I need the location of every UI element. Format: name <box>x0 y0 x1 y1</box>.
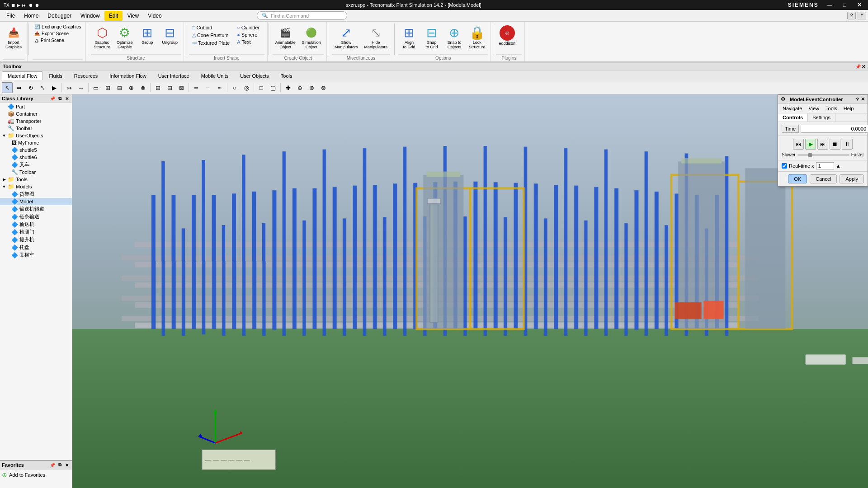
viewport[interactable]: — — — — — — ⚙ _Model.EventController ? ✕… <box>72 94 868 488</box>
tool-cross[interactable]: ⊞ <box>102 82 113 93</box>
tree-item-chain-conveyor[interactable]: 🔷 链条输送 <box>0 213 72 221</box>
cl-close-button[interactable]: ✕ <box>64 95 70 102</box>
textured-plate-button[interactable]: ▭ Textured Plate <box>191 39 231 46</box>
tool-merge[interactable]: ⊕ <box>126 82 137 93</box>
tree-item-conveyor[interactable]: 🔷 输送机 <box>0 221 72 228</box>
tool-cross2[interactable]: ⊟ <box>114 82 125 93</box>
ec-realtime-spinner-up[interactable]: ▲ <box>836 163 841 169</box>
tree-item-fork[interactable]: 🔷 叉车 <box>0 161 72 169</box>
toolbar-icon-4[interactable]: ⏺ <box>28 3 33 8</box>
rotate-tool[interactable]: ↻ <box>25 82 36 93</box>
tool-box[interactable]: ▭ <box>90 82 101 93</box>
tool-plus[interactable]: ✚ <box>283 82 293 93</box>
ec-menu-tools[interactable]: Tools <box>823 105 840 112</box>
animatable-object-button[interactable]: 🎬 AnimatableObject <box>273 23 298 52</box>
edddison-button[interactable]: e edddison <box>496 23 518 48</box>
ec-close-button[interactable]: ✕ <box>861 96 865 102</box>
toolbar-icon-3[interactable]: ⏭ <box>22 3 27 8</box>
tab-tools[interactable]: Tools <box>275 71 298 80</box>
scale-tool[interactable]: ⤡ <box>37 82 48 93</box>
play-tool[interactable]: ▶ <box>49 82 60 93</box>
tab-user-objects[interactable]: User Objects <box>234 71 275 80</box>
sphere-button[interactable]: ● Sphere <box>236 32 261 38</box>
tree-item-shuttle5[interactable]: 🔷 shuttle5 <box>0 146 72 154</box>
tree-item-model[interactable]: 🔷 Model <box>0 198 72 205</box>
tool-grid3[interactable]: ⊠ <box>176 82 187 93</box>
ec-menu-navigate[interactable]: Navigate <box>780 105 805 112</box>
menu-video[interactable]: Video <box>143 11 166 21</box>
ec-forward-button[interactable]: ⏭ <box>817 139 828 150</box>
lock-structure-button[interactable]: 🔒 LockStructure <box>466 23 488 52</box>
tool-line[interactable]: ━ <box>191 82 202 93</box>
help-button[interactable]: ? <box>847 12 856 19</box>
tree-item-myframe[interactable]: 🖼 MyFrame <box>0 139 72 146</box>
ec-realtime-input[interactable] <box>816 162 834 169</box>
fav-pin-button[interactable]: 📌 <box>49 462 56 468</box>
tab-material-flow[interactable]: Material Flow <box>2 71 43 80</box>
tab-resources[interactable]: Resources <box>68 71 104 80</box>
tree-item-models[interactable]: ▼ 📁 Models <box>0 183 72 190</box>
tree-item-shuttle-car[interactable]: 🔷 叉横车 <box>0 251 72 259</box>
tool-sq1[interactable]: □ <box>256 82 267 93</box>
tool-custom2[interactable]: ⊗ <box>318 82 329 93</box>
ec-menu-view[interactable]: View <box>806 105 822 112</box>
align-to-grid-button[interactable]: ⊞ Alignto Grid <box>398 23 420 52</box>
tool-custom1[interactable]: ⊜ <box>306 82 317 93</box>
menu-debugger[interactable]: Debugger <box>43 11 76 21</box>
tree-item-gate[interactable]: 🔷 检测门 <box>0 228 72 236</box>
text-button[interactable]: A Text <box>236 39 261 45</box>
tree-item-lift[interactable]: 🔷 提升机 <box>0 236 72 244</box>
fav-float-button[interactable]: ⧉ <box>57 462 63 468</box>
maximize-button[interactable]: □ <box>840 2 849 8</box>
cuboid-button[interactable]: □ Cuboid <box>191 24 231 31</box>
ec-apply-button[interactable]: Apply <box>840 174 864 183</box>
find-command-box[interactable]: 🔍 Find a Command <box>257 11 347 20</box>
tab-fluids[interactable]: Fluids <box>43 71 68 80</box>
tree-item-part[interactable]: 🔷 Part <box>0 103 72 110</box>
close-button[interactable]: ✕ <box>854 2 864 8</box>
tool-arrow-right[interactable]: ↣ <box>64 82 75 93</box>
tool-dash[interactable]: ┄ <box>203 82 213 93</box>
ec-tab-controls[interactable]: Controls <box>778 113 808 122</box>
hide-manipulators-button[interactable]: ⤡ HideManipulators <box>361 23 390 52</box>
cl-pin-button[interactable]: 📌 <box>49 95 56 102</box>
toolbar-icon-1[interactable]: ◼ <box>11 3 15 8</box>
menu-window[interactable]: Window <box>76 11 104 21</box>
group-button[interactable]: ⊞ Group <box>137 23 158 47</box>
tree-item-userobjects[interactable]: ▼ 📁 UserObjects <box>0 132 72 139</box>
tab-mobile-units[interactable]: Mobile Units <box>195 71 235 80</box>
simulation-object-button[interactable]: 🟢 SimulationObject <box>299 23 324 52</box>
move-tool[interactable]: ➡ <box>14 82 24 93</box>
ec-tab-settings[interactable]: Settings <box>808 113 835 122</box>
ungroup-button[interactable]: ⊟ Ungroup <box>159 23 181 47</box>
tool-sq2[interactable]: ▢ <box>268 82 278 93</box>
cylinder-button[interactable]: ○ Cylinder <box>236 24 261 31</box>
minimize-button[interactable]: — <box>824 2 835 8</box>
cone-frustum-button[interactable]: △ Cone Frustum <box>191 32 231 38</box>
cl-float-button[interactable]: ⧉ <box>57 95 63 102</box>
menu-view[interactable]: View <box>123 11 143 21</box>
graphic-structure-button[interactable]: ⬡ GraphicStructure <box>91 23 113 52</box>
ec-rewind-button[interactable]: ⏮ <box>793 139 804 150</box>
tab-user-interface[interactable]: User Interface <box>152 71 195 80</box>
tree-item-conveyor-roller[interactable]: 🔷 输送机辊道 <box>0 205 72 213</box>
tree-item-shelf[interactable]: 🔷 货架图 <box>0 190 72 198</box>
minimize-ribbon-button[interactable]: ^ <box>858 12 866 19</box>
ec-cancel-button[interactable]: Cancel <box>810 174 837 183</box>
tool-dash2[interactable]: ┅ <box>214 82 225 93</box>
ec-ok-button[interactable]: OK <box>788 174 807 183</box>
ec-play-button[interactable]: ▶ <box>805 139 816 150</box>
tool-circ[interactable]: ○ <box>229 82 240 93</box>
tree-item-pallet[interactable]: 🔷 托盘 <box>0 244 72 251</box>
show-manipulators-button[interactable]: ⤢ ShowManipulators <box>332 23 361 52</box>
menu-file[interactable]: File <box>2 11 19 21</box>
tree-item-toolbar[interactable]: 🔧 Toolbar <box>0 125 72 132</box>
tool-star[interactable]: ⊕ <box>294 82 305 93</box>
tree-item-shuttle6[interactable]: 🔷 shuttle6 <box>0 154 72 161</box>
tree-item-tools[interactable]: ▶ 📁 Tools <box>0 176 72 183</box>
ec-realtime-checkbox[interactable] <box>782 163 787 169</box>
optimize-graphic-button[interactable]: ⚙ OptimizeGraphic <box>114 23 136 52</box>
toolbar-icon-2[interactable]: ▶ <box>17 3 20 8</box>
ec-speed-slider[interactable] <box>797 154 849 156</box>
toolbox-pin-button[interactable]: 📌 <box>855 64 861 69</box>
